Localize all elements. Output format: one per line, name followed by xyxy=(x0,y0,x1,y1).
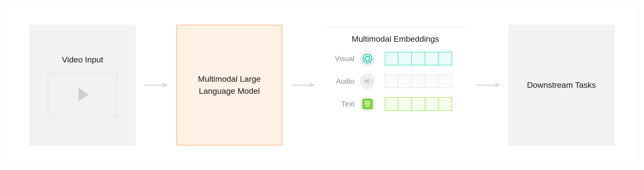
embeddings-divider xyxy=(323,27,468,28)
embedding-cell xyxy=(385,52,398,65)
embedding-cell xyxy=(398,75,412,88)
video-input-block: Video Input xyxy=(30,25,136,145)
eye-icon xyxy=(360,51,375,66)
downstream-title: Downstream Tasks xyxy=(527,79,596,91)
embedding-cell xyxy=(412,75,425,88)
embedding-label: Visual xyxy=(323,55,354,63)
arrow-icon xyxy=(290,82,316,88)
embedding-cell xyxy=(439,52,452,65)
embeddings-title: Multimodal Embeddings xyxy=(352,34,439,44)
video-thumbnail xyxy=(48,73,118,116)
embedding-row-text: Text xyxy=(323,96,468,112)
embedding-row-visual: Visual xyxy=(323,51,468,66)
arrow-icon xyxy=(475,82,501,88)
embedding-cell xyxy=(439,97,452,111)
embedding-cell xyxy=(398,97,412,111)
embedding-cell xyxy=(439,75,452,88)
mllm-title-line2: Language Model xyxy=(199,86,260,95)
embedding-cell xyxy=(425,75,439,88)
embedding-cell xyxy=(385,97,398,111)
embeddings-block: Multimodal Embeddings Visual Audio xyxy=(323,25,468,145)
embedding-label: Text xyxy=(323,100,354,108)
embedding-cell xyxy=(412,52,425,65)
mllm-title-line1: Multimodal Large xyxy=(198,74,261,83)
embedding-cell xyxy=(425,97,439,111)
downstream-block: Downstream Tasks xyxy=(508,25,614,145)
video-input-title: Video Input xyxy=(62,54,103,66)
embedding-cells-text xyxy=(385,97,452,111)
speaker-icon xyxy=(360,74,375,89)
mllm-block: Multimodal Large Language Model xyxy=(176,25,282,145)
embedding-cell xyxy=(385,75,398,88)
embedding-cell xyxy=(412,97,425,111)
arrow-icon xyxy=(143,82,169,88)
embedding-cells-visual xyxy=(385,52,452,65)
embedding-cell xyxy=(398,52,412,65)
diagram-canvas: Video Input Multimodal Large Language Mo… xyxy=(5,5,639,165)
embedding-row-audio: Audio xyxy=(323,74,468,89)
embedding-cells-audio xyxy=(385,75,452,88)
play-icon xyxy=(78,88,88,101)
embedding-cell xyxy=(425,52,439,65)
text-icon xyxy=(360,96,375,112)
embedding-label: Audio xyxy=(323,77,354,85)
mllm-title: Multimodal Large Language Model xyxy=(198,73,261,97)
